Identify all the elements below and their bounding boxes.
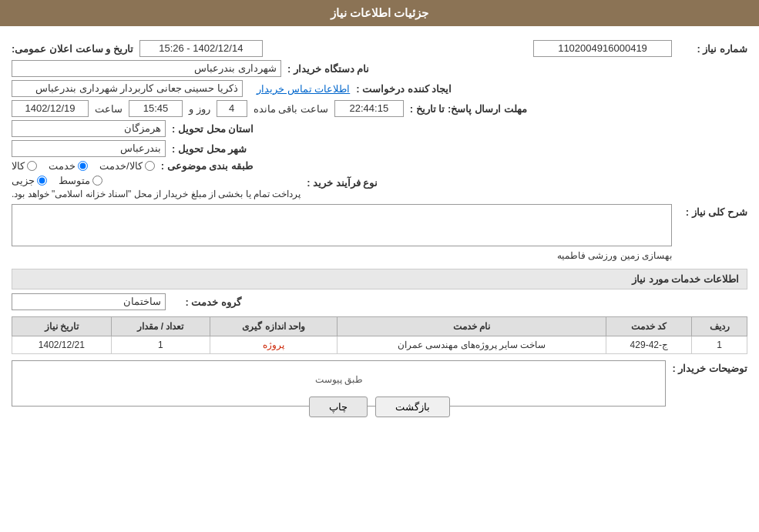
print-button[interactable]: چاپ <box>309 396 368 417</box>
page-header: جزئیات اطلاعات نیاز <box>0 0 759 26</box>
col-name: نام خدمت <box>337 317 606 336</box>
need-number-value: 1102004916000419 <box>533 40 672 57</box>
cell-name: ساخت سایر پروژه‌های مهندسی عمران <box>337 336 606 354</box>
description-label: شرح کلی نیاز : <box>678 206 747 218</box>
contact-link[interactable]: اطلاعات تماس خریدار <box>257 83 350 95</box>
cell-date: 1402/12/21 <box>12 336 112 354</box>
subject-radio-khadamat[interactable] <box>78 161 88 171</box>
description-textarea[interactable] <box>12 204 672 246</box>
city-label: شهر محل تحویل : <box>172 143 247 155</box>
purchase-note: پرداخت تمام یا بخشی از مبلغ خریدار از مح… <box>12 189 301 199</box>
city-value: بندرعباس <box>12 140 166 157</box>
response-date-value: 1402/12/19 <box>12 100 89 117</box>
purchase-type-label: نوع فرآیند خرید : <box>307 177 378 189</box>
subject-option-kala-khadamat[interactable]: کالا/خدمت <box>99 160 155 172</box>
purchase-label-partial: جزیی <box>12 175 35 186</box>
purchase-type-radio-group: متوسط جزیی <box>12 175 102 186</box>
subject-option-khadamat[interactable]: خدمت <box>49 160 88 172</box>
announcement-date-value: 1402/12/14 - 15:26 <box>139 40 263 57</box>
description-value: بهسازی زمین ورزشی فاطمیه <box>557 250 672 261</box>
col-date: تاریخ نیاز <box>12 317 112 336</box>
buyer-org-label: نام دستگاه خریدار : <box>287 63 369 75</box>
table-row: 1 ج-42-429 ساخت سایر پروژه‌های مهندسی عم… <box>12 336 747 354</box>
response-remaining-value: 22:44:15 <box>334 100 404 117</box>
announcement-date-label: تاریخ و ساعت اعلان عمومی: <box>12 43 133 55</box>
back-button[interactable]: بازگشت <box>375 396 450 417</box>
response-days-value: 4 <box>217 100 247 117</box>
subject-radio-kala[interactable] <box>27 161 37 171</box>
response-time-value: 15:45 <box>129 100 183 117</box>
services-section-title: اطلاعات خدمات مورد نیاز <box>12 269 747 289</box>
buyer-org-value: شهرداری بندرعباس <box>12 60 281 77</box>
subject-label-kala-khadamat: کالا/خدمت <box>99 160 143 172</box>
col-code: کد خدمت <box>606 317 692 336</box>
subject-option-kala[interactable]: کالا <box>12 160 37 172</box>
cell-code: ج-42-429 <box>606 336 692 354</box>
buyer-desc-label: توضیحات خریدار : <box>672 363 747 374</box>
cell-row: 1 <box>692 336 747 354</box>
service-group-label: گروه خدمت : <box>172 296 241 308</box>
services-table: ردیف کد خدمت نام خدمت واحد اندازه گیری ت… <box>12 316 747 354</box>
col-quantity: تعداد / مقدار <box>111 317 210 336</box>
subject-radio-group: کالا/خدمت خدمت کالا <box>12 160 155 172</box>
purchase-label-medium: متوسط <box>59 175 90 186</box>
subject-radio-kala-khadamat[interactable] <box>145 161 155 171</box>
response-days-label: روز و <box>189 103 210 115</box>
response-deadline-label: مهلت ارسال پاسخ: تا تاریخ : <box>410 103 527 115</box>
subject-label-khadamat: خدمت <box>49 160 76 172</box>
service-group-value: ساختمان <box>12 293 166 310</box>
creator-label: ایجاد کننده درخواست : <box>356 83 452 95</box>
response-remaining-label: ساعت باقی مانده <box>254 103 328 115</box>
purchase-radio-medium[interactable] <box>92 176 102 186</box>
province-label: استان محل تحویل : <box>172 123 254 135</box>
cell-quantity: 1 <box>111 336 210 354</box>
response-time-label: ساعت <box>95 103 123 115</box>
col-row: ردیف <box>692 317 747 336</box>
subject-label: طبقه بندی موضوعی : <box>161 160 253 172</box>
page-title: جزئیات اطلاعات نیاز <box>331 6 428 19</box>
need-number-label: شماره نیاز : <box>678 43 747 55</box>
creator-value: ذکریا حسینی جعانی کاربردار شهرداری بندرع… <box>12 80 243 97</box>
subject-label-kala: کالا <box>12 160 25 172</box>
purchase-type-partial[interactable]: جزیی <box>12 175 47 186</box>
province-value: هرمزگان <box>12 120 166 137</box>
purchase-type-medium[interactable]: متوسط <box>59 175 102 186</box>
purchase-radio-partial[interactable] <box>37 176 47 186</box>
col-unit: واحد اندازه گیری <box>210 317 338 336</box>
cell-unit: پروژه <box>210 336 338 354</box>
